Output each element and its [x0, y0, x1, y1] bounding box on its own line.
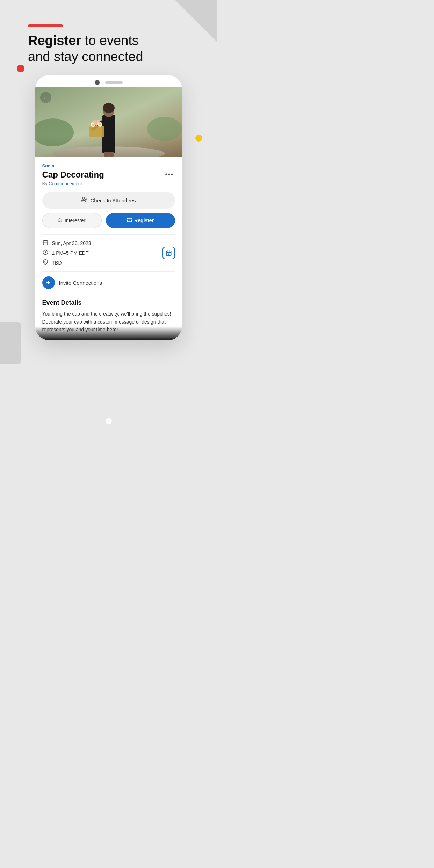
event-details-title: Event Details: [42, 299, 175, 306]
event-title: Cap Decorating: [42, 170, 104, 180]
svg-rect-18: [109, 152, 114, 157]
svg-point-15: [95, 122, 97, 124]
hero-image: ←: [35, 87, 182, 157]
page-wrapper: Register to eventsand stay connected ←: [0, 0, 217, 434]
divider-2: [42, 271, 175, 272]
header-title-bold: Register: [28, 33, 81, 48]
divider-1: [42, 234, 175, 235]
event-time: 1 PM–5 PM EDT: [52, 250, 89, 256]
dot-yellow: [195, 135, 202, 142]
date-row: Sun, Apr 30, 2023: [42, 240, 175, 247]
calendar-icon: [42, 240, 49, 247]
svg-point-1: [53, 146, 165, 157]
organizer-line: By Commencement: [42, 181, 175, 186]
phone-speaker: [105, 81, 123, 84]
event-location: TBD: [52, 260, 62, 266]
category-label: Social: [42, 163, 175, 168]
register-button[interactable]: Register: [106, 213, 175, 228]
more-options-icon[interactable]: •••: [164, 170, 175, 179]
location-row: TBD: [42, 259, 175, 266]
time-row: 1 PM–5 PM EDT: [42, 249, 175, 256]
invite-label: Invite Connections: [59, 280, 102, 286]
back-arrow-button[interactable]: ←: [40, 92, 51, 103]
header-section: Register to eventsand stay connected: [0, 21, 217, 75]
interested-button[interactable]: Interested: [42, 213, 102, 228]
svg-point-14: [92, 124, 94, 126]
red-bar: [28, 24, 63, 27]
event-info: Sun, Apr 30, 2023 1 PM–5 PM EDT: [42, 240, 175, 266]
deco-bottom-left: [0, 322, 21, 364]
organizer-link[interactable]: Commencement: [49, 181, 82, 186]
svg-rect-8: [89, 126, 104, 137]
svg-rect-4: [102, 115, 115, 153]
invite-row: + Invite Connections: [42, 276, 175, 289]
svg-rect-17: [104, 152, 109, 157]
calendar-add-button[interactable]: [162, 247, 175, 259]
event-title-row: Cap Decorating •••: [42, 170, 175, 180]
card-content: Social Cap Decorating ••• By Commencemen…: [35, 157, 182, 340]
invite-plus-button[interactable]: +: [42, 276, 55, 289]
svg-point-26: [45, 261, 46, 262]
dot-white-bottom: [106, 418, 112, 424]
ticket-icon: [127, 217, 132, 224]
clock-icon: [42, 249, 49, 256]
svg-point-7: [103, 103, 115, 113]
header-title: Register to eventsand stay connected: [28, 33, 189, 65]
register-label: Register: [134, 218, 154, 223]
action-buttons: Interested Register: [42, 213, 175, 228]
interested-label: Interested: [65, 218, 86, 223]
organizer-prefix: By: [42, 181, 49, 186]
event-date: Sun, Apr 30, 2023: [52, 240, 91, 246]
phone-mockup: ←: [35, 75, 182, 340]
svg-marker-20: [58, 218, 62, 222]
phone-top-bar: [35, 75, 182, 87]
svg-point-16: [99, 123, 101, 125]
scroll-fade: [35, 326, 182, 340]
divider-3: [42, 294, 175, 294]
svg-rect-21: [43, 241, 48, 245]
hero-svg: [35, 87, 182, 157]
star-icon: [57, 217, 63, 224]
phone-camera: [95, 80, 100, 85]
svg-point-3: [147, 117, 182, 141]
check-in-button[interactable]: Check In Attendees: [42, 192, 175, 209]
location-icon: [42, 259, 49, 266]
svg-point-19: [82, 197, 85, 199]
check-in-label: Check In Attendees: [90, 197, 136, 203]
check-in-icon: [81, 196, 87, 204]
